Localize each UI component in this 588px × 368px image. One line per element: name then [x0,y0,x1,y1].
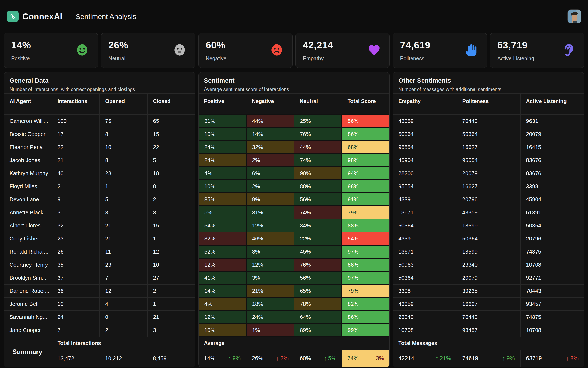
summary-value: 42214 [398,355,414,362]
table-row: Kathryn Murphy402318 [4,167,195,180]
table-cell: 83676 [520,167,584,180]
table-row: 12%12%76%88% [199,258,390,271]
table-cell: 23 [100,258,147,271]
table-cell: 5 [147,154,195,167]
top-bar: ConnexAI Sentiment Analysis [4,0,584,31]
summary-value: 74619 [462,355,478,362]
table-cell: 40 [52,167,100,180]
summary-label: Summary [4,337,52,367]
column-header: Neutral [294,93,342,114]
sentiment-score-cell: 12% [246,258,294,271]
table-row: 35%9%56%91% [199,193,390,206]
trend-down-indicator: ↓8% [566,355,579,362]
table-cell: 12 [147,245,195,258]
summary-value-cell: 26%↓2% [246,350,294,367]
table-cell: 20079 [457,167,520,180]
sentiment-score-cell: 56% [294,271,342,284]
summary-values: 14%↑9%26%↓2%60%↑5%74%↓3% [199,350,390,367]
kpi-card-empathy: 42,214 Empathy [295,33,390,68]
dashboard: ConnexAI Sentiment Analysis 14% Positive [0,0,588,368]
table-row: 5%31%74%79% [199,206,390,219]
delta-value: 21% [440,355,451,362]
connexai-logo-icon [7,10,18,22]
table-cell: 26 [52,245,100,258]
agent-name-cell: Jane Cooper [4,323,52,337]
sentiment-score-cell: 98% [342,180,390,193]
sentiment-score-cell: 1% [246,323,294,337]
trend-down-indicator: ↓2% [276,355,288,362]
general-summary: Summary Total Interactions 13,472 10,212… [4,337,195,367]
table-cell: 50364 [393,271,457,284]
table-row: 107089345710708 [393,323,584,337]
general-table-header: AI Agent Interactions Opened Closed [4,93,195,114]
panel-title: Other Sentiments [398,77,579,84]
panel-title: General Data [9,77,190,84]
page-title: Sentiment Analysis [76,12,136,21]
table-cell: 13671 [393,245,457,258]
table-row: 136711859974875 [393,245,584,258]
table-row: 503645036420079 [393,128,584,141]
sentiment-score-cell: 22% [294,232,342,245]
table-row: 43395036420796 [393,232,584,245]
agent-name-cell: Brooklyn Sim... [4,271,52,284]
sentiment-score-cell: 41% [199,271,246,284]
table-cell: 18 [147,167,195,180]
table-row: 459049555483676 [393,154,584,167]
table-cell: 15 [147,219,195,232]
trend-up-indicator: ↑9% [228,355,241,362]
table-cell: 3 [147,323,195,337]
column-header: Opened [100,93,147,114]
user-avatar[interactable] [567,9,581,23]
sentiment-score-cell: 88% [294,180,342,193]
general-data-header: General Data Number of interactions, wit… [4,72,195,93]
sentiment-score-cell: 35% [199,193,246,206]
table-row: 433591662793457 [393,297,584,311]
sentiment-panel: Sentiment Average sentiment score of int… [198,72,390,367]
summary-value-cell: 74%↓3% [342,350,390,367]
table-row: Cameron Willi...1007565 [4,114,195,128]
sentiment-score-cell: 5% [199,206,246,219]
table-cell: 92771 [520,271,584,284]
table-cell: 22 [147,141,195,154]
summary-value-cell: 74619↑9% [457,350,520,367]
summary-value-cell: 14%↑9% [199,350,246,367]
table-cell: 95554 [393,180,457,193]
table-cell: 4339 [393,232,457,245]
agent-name-cell: Annette Black [4,206,52,219]
sentiment-score-cell: 24% [199,154,246,167]
summary-value: 74% [347,355,359,362]
summary-value: 13,472 [52,350,100,367]
frown-icon [270,43,284,57]
sentiment-score-cell: 94% [342,167,390,180]
table-cell: 10708 [520,323,584,337]
column-header: Empathy [393,93,457,114]
table-cell: 4339 [393,193,457,206]
table-cell: 15 [147,128,195,141]
table-row: 503641859950364 [393,219,584,232]
table-cell: 50364 [457,128,520,141]
summary-value: 14% [204,355,215,362]
sentiment-score-cell: 76% [294,128,342,141]
sentiment-score-cell: 76% [294,258,342,271]
summary-value: 10,212 [100,350,147,367]
sentiment-score-cell: 68% [342,141,390,154]
table-row: 14%21%65%79% [199,284,390,297]
table-cell: 10 [100,141,147,154]
table-cell: 4 [100,297,147,311]
table-cell: 43359 [457,206,520,219]
other-sentiments-panel: Other Sentiments Number of messages with… [393,72,584,367]
summary-values: 42214↑21%74619↑9%63719↓8% [393,350,584,367]
table-cell: 0 [100,311,147,323]
table-cell: 100 [52,114,100,128]
table-cell: 12 [100,284,147,297]
table-cell: 10708 [520,258,584,271]
table-row: Floyd Miles210 [4,180,195,193]
sentiment-score-cell: 56% [342,114,390,128]
sentiment-score-cell: 10% [199,180,246,193]
table-row: Cody Fisher23211 [4,232,195,245]
brand[interactable]: ConnexAI [7,10,63,22]
table-cell: 23340 [393,311,457,323]
delta-value: 3% [376,355,384,362]
summary-values: 13,472 10,212 8,459 [52,350,195,367]
table-cell: 3 [100,206,147,219]
